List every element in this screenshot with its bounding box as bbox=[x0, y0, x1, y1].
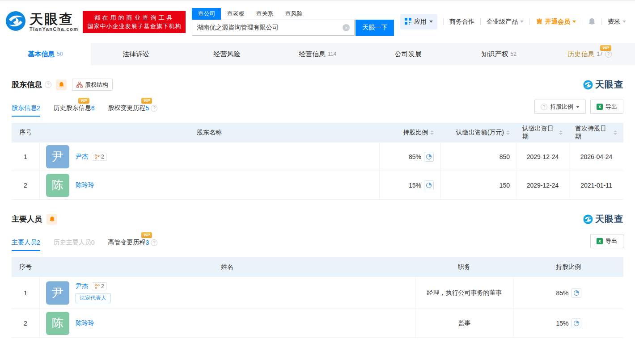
top-header: 天眼查 TianYanCha.com 都在用的商业查询工具 国家中小企业发展子基… bbox=[0, 0, 635, 43]
search-input[interactable] bbox=[197, 24, 343, 31]
col-index: 序号 bbox=[12, 263, 39, 271]
amount-value: 150 bbox=[440, 171, 516, 199]
notification-bell-button[interactable] bbox=[588, 18, 596, 26]
monitor-bell-button[interactable] bbox=[47, 214, 57, 225]
col-shareholder-name: 股东名称 bbox=[39, 129, 379, 137]
ratio-filter-button[interactable]: ? 持股比例 bbox=[534, 100, 586, 114]
tab-company-development[interactable]: 公司发展 bbox=[363, 43, 453, 65]
sort-icon[interactable] bbox=[614, 130, 617, 135]
col-first-date[interactable]: 首次持股日期 bbox=[569, 125, 623, 141]
tab-business-info[interactable]: 经营信息 114 bbox=[272, 43, 363, 65]
apps-menu-button[interactable]: 应用 bbox=[400, 14, 437, 29]
pie-chart-icon[interactable] bbox=[572, 288, 581, 298]
person-name-link[interactable]: 尹杰 bbox=[76, 282, 88, 290]
amount-value: 850 bbox=[440, 142, 516, 171]
enterprise-product-link[interactable]: 企业级产品 bbox=[487, 18, 524, 26]
shareholder-name-link[interactable]: 尹杰 bbox=[76, 153, 88, 161]
user-menu[interactable]: 费米 bbox=[608, 18, 626, 26]
open-vip-label: 开通会员 bbox=[545, 18, 570, 26]
tab-count: 17 bbox=[597, 51, 602, 57]
tab-history-info[interactable]: VIP 历史信息 17 ? bbox=[544, 43, 635, 65]
tab-label: 公司发展 bbox=[395, 50, 422, 59]
first-holding-date: 2026-04-24 bbox=[569, 142, 623, 171]
vip-badge: VIP bbox=[600, 45, 611, 51]
person-name-link[interactable]: 陈玲玲 bbox=[76, 319, 94, 327]
promo-banner: 都在用的商业查询工具 国家中小企业发展子基金旗下机构 bbox=[83, 11, 186, 33]
tab-count: 50 bbox=[57, 51, 63, 57]
shareholders-tab-equity-changes[interactable]: VIP 股权变更历程 5 ? bbox=[108, 104, 158, 117]
search-tab-risk[interactable]: 查风险 bbox=[279, 8, 308, 20]
search-area: 查公司 查老板 查关系 查风险 × 天眼一下 bbox=[192, 8, 394, 36]
col-position: 职务 bbox=[415, 263, 513, 271]
monitor-bell-button[interactable] bbox=[56, 79, 67, 90]
avatar: 尹 bbox=[46, 145, 69, 168]
tab-basic-info[interactable]: 基本信息 50 bbox=[0, 43, 91, 65]
sort-icon[interactable] bbox=[430, 130, 434, 135]
promo-line-1: 都在用的商业查询工具 bbox=[87, 13, 181, 22]
position-value: 经理，执行公司事务的董事 bbox=[415, 277, 513, 309]
username: 费米 bbox=[608, 18, 620, 26]
pie-chart-icon[interactable] bbox=[424, 180, 434, 190]
divider bbox=[480, 18, 481, 25]
brand-name: 天眼查 bbox=[30, 12, 78, 26]
tab-label: 主要人员 bbox=[12, 238, 37, 247]
crown-icon bbox=[536, 18, 543, 26]
help-icon[interactable]: ? bbox=[605, 51, 612, 58]
tab-count: 5 bbox=[146, 105, 149, 112]
related-companies-badge[interactable]: 2 bbox=[92, 282, 107, 290]
export-button[interactable]: x 导出 bbox=[590, 234, 623, 248]
ratio-value: 85% bbox=[409, 153, 421, 160]
tianyancha-logo[interactable]: 天眼查 TianYanCha.com bbox=[5, 11, 78, 33]
watermark-text: 天眼查 bbox=[595, 79, 623, 91]
key-personnel-section: 主要人员 天眼查 主要人员 2 历史主要人员 0 VIP 高管变更历程 3 bbox=[12, 213, 623, 338]
help-icon[interactable]: ? bbox=[45, 81, 51, 88]
business-coop-link[interactable]: 商务合作 bbox=[449, 18, 474, 26]
tab-legal-proceedings[interactable]: 法律诉讼 bbox=[91, 43, 182, 65]
search-button[interactable]: 天眼一下 bbox=[356, 20, 394, 36]
avatar: 陈 bbox=[46, 312, 69, 335]
personnel-tab-history[interactable]: 历史主要人员 0 bbox=[54, 238, 95, 251]
org-link-icon bbox=[94, 284, 100, 289]
pie-chart-icon[interactable] bbox=[572, 318, 581, 328]
vip-badge: VIP bbox=[141, 232, 152, 238]
col-amount[interactable]: 认缴出资额(万元) bbox=[440, 129, 516, 137]
avatar: 陈 bbox=[46, 174, 69, 197]
company-detail-tabs: 基本信息 50 法律诉讼 经营风险 经营信息 114 公司发展 知识产权 52 … bbox=[0, 43, 635, 65]
tab-count: 2 bbox=[37, 105, 40, 112]
tab-count: 2 bbox=[37, 239, 40, 246]
col-ratio: 持股比例 bbox=[513, 263, 623, 271]
open-vip-link[interactable]: 开通会员 bbox=[536, 18, 576, 26]
pie-chart-icon[interactable] bbox=[424, 152, 434, 162]
personnel-table-header: 序号 姓名 职务 持股比例 bbox=[12, 257, 623, 277]
shareholders-tab-history[interactable]: VIP 历史股东信息 6 bbox=[54, 104, 95, 117]
tab-label: 知识产权 bbox=[482, 50, 508, 59]
sort-icon[interactable] bbox=[506, 130, 510, 135]
sort-icon[interactable] bbox=[559, 130, 563, 135]
tab-operational-risk[interactable]: 经营风险 bbox=[182, 43, 272, 65]
tab-intellectual-property[interactable]: 知识产权 52 bbox=[453, 43, 544, 65]
bell-icon bbox=[49, 216, 55, 222]
tianyancha-logo-icon bbox=[583, 214, 593, 224]
tab-label: 高管变更历程 bbox=[108, 238, 146, 247]
row-index: 1 bbox=[12, 142, 39, 171]
personnel-tab-current[interactable]: 主要人员 2 bbox=[12, 238, 40, 251]
search-input-wrap: × bbox=[192, 20, 355, 36]
related-companies-badge[interactable]: 2 bbox=[92, 153, 107, 161]
col-ratio[interactable]: 持股比例 bbox=[379, 129, 440, 137]
shareholders-tab-current[interactable]: 股东信息 2 bbox=[12, 104, 40, 117]
search-tab-relation[interactable]: 查关系 bbox=[250, 8, 279, 20]
col-sub-date[interactable]: 认缴出资日期 bbox=[516, 125, 569, 141]
help-icon[interactable]: ? bbox=[151, 105, 157, 112]
search-tab-company[interactable]: 查公司 bbox=[192, 8, 221, 20]
clear-search-icon[interactable]: × bbox=[343, 24, 350, 31]
search-tab-boss[interactable]: 查老板 bbox=[221, 8, 250, 20]
help-icon[interactable]: ? bbox=[151, 239, 157, 246]
tab-count: 52 bbox=[511, 51, 516, 57]
personnel-tab-exec-changes[interactable]: VIP 高管变更历程 3 ? bbox=[108, 238, 158, 251]
excel-icon: x bbox=[597, 104, 603, 110]
shareholder-name-link[interactable]: 陈玲玲 bbox=[76, 181, 94, 189]
equity-structure-button[interactable]: 股权结构 bbox=[72, 79, 113, 91]
export-button[interactable]: x 导出 bbox=[590, 100, 623, 114]
equity-structure-label: 股权结构 bbox=[85, 81, 108, 89]
tab-count: 114 bbox=[328, 51, 336, 57]
